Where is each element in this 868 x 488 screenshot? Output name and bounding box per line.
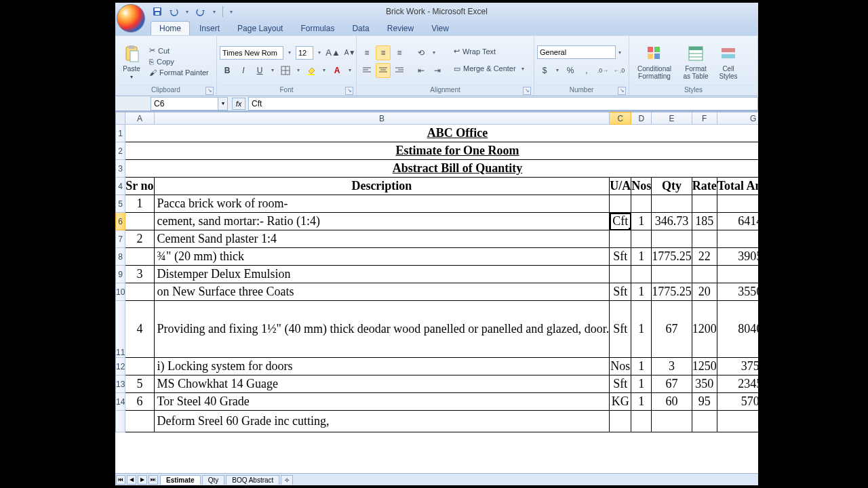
bold-button[interactable]: B bbox=[220, 63, 235, 78]
percent-button[interactable]: % bbox=[563, 63, 578, 78]
underline-button[interactable]: U bbox=[252, 63, 267, 78]
row-header[interactable]: 14 bbox=[116, 393, 125, 411]
cell[interactable]: Providing and fixing 1½" (40 mm) thick d… bbox=[154, 301, 610, 358]
increase-font-button[interactable]: A▲ bbox=[326, 45, 340, 60]
align-center[interactable] bbox=[376, 63, 391, 78]
cell[interactable]: Tor Steel 40 Grade bbox=[154, 393, 610, 411]
accounting-button[interactable]: $ bbox=[537, 63, 552, 78]
formula-bar[interactable] bbox=[248, 97, 758, 110]
cell[interactable]: 23450 bbox=[717, 375, 758, 393]
new-sheet-button[interactable]: ✧ bbox=[281, 475, 293, 485]
row-header[interactable]: 8 bbox=[116, 248, 125, 266]
name-box-dropdown[interactable]: ▾ bbox=[218, 97, 228, 110]
conditional-formatting-button[interactable]: Conditional Formatting bbox=[632, 43, 677, 80]
tab-review[interactable]: Review bbox=[379, 22, 422, 35]
cell[interactable] bbox=[125, 358, 154, 375]
cell[interactable]: Nos bbox=[610, 358, 631, 375]
cell[interactable]: 22 bbox=[692, 248, 717, 266]
cell[interactable]: ABC Office bbox=[125, 125, 758, 142]
row-header[interactable]: 11 bbox=[116, 301, 125, 358]
cell[interactable]: Sr no bbox=[125, 178, 154, 195]
wrap-text-button[interactable]: ↩Wrap Text bbox=[452, 45, 529, 57]
cell[interactable] bbox=[652, 411, 692, 432]
sheet-tab[interactable]: Qty bbox=[202, 475, 225, 485]
row-header[interactable]: 3 bbox=[116, 160, 125, 178]
cell[interactable]: 39056 bbox=[717, 248, 758, 266]
row-header[interactable]: 4 bbox=[116, 178, 125, 195]
format-as-table-button[interactable]: Format as Table bbox=[678, 43, 713, 80]
cell[interactable]: 1 bbox=[631, 248, 652, 266]
row-header[interactable]: 9 bbox=[116, 266, 125, 283]
cell[interactable]: on New Surface three Coats bbox=[154, 283, 610, 301]
sheet-nav-first[interactable]: ⏮ bbox=[116, 475, 125, 485]
cell[interactable]: 60 bbox=[652, 393, 692, 411]
col-header-A[interactable]: A bbox=[125, 113, 154, 125]
decrease-font-button[interactable]: A▼ bbox=[342, 45, 357, 60]
sheet-nav-next[interactable]: ▶ bbox=[138, 475, 147, 485]
row-header[interactable]: 6 bbox=[116, 213, 125, 230]
cell[interactable]: 1 bbox=[631, 358, 652, 375]
cell[interactable]: 1250 bbox=[692, 358, 717, 375]
cell[interactable]: Description bbox=[154, 178, 610, 195]
cell[interactable] bbox=[125, 283, 154, 301]
cell[interactable]: 1 bbox=[631, 301, 652, 358]
cell[interactable] bbox=[631, 411, 652, 432]
cell[interactable] bbox=[610, 411, 631, 432]
cell[interactable]: Sft bbox=[610, 283, 631, 301]
cell[interactable]: Deform Sreel 60 Grade inc cutting, bbox=[154, 411, 610, 432]
col-header-F[interactable]: F bbox=[692, 113, 717, 125]
cell[interactable]: Total Amount bbox=[717, 178, 758, 195]
cell[interactable]: Sft bbox=[610, 248, 631, 266]
cell[interactable]: 80400 bbox=[717, 301, 758, 358]
row-header[interactable]: 2 bbox=[116, 142, 125, 160]
cell[interactable]: 1 bbox=[125, 195, 154, 213]
col-header-G[interactable]: G bbox=[717, 113, 758, 125]
orientation-button[interactable]: ⟲ bbox=[414, 45, 429, 60]
cell[interactable] bbox=[652, 230, 692, 248]
col-header-E[interactable]: E bbox=[652, 113, 692, 125]
align-left[interactable] bbox=[359, 63, 374, 78]
sheet-nav-prev[interactable]: ◀ bbox=[127, 475, 136, 485]
cell[interactable]: Sft bbox=[610, 301, 631, 358]
cell[interactable]: 1200 bbox=[692, 301, 717, 358]
font-size-combo[interactable] bbox=[296, 46, 313, 60]
row-header[interactable]: 13 bbox=[116, 375, 125, 393]
align-right[interactable] bbox=[392, 63, 407, 78]
cell[interactable]: 67 bbox=[652, 375, 692, 393]
cell[interactable]: 1 bbox=[631, 213, 652, 230]
cell[interactable]: 3 bbox=[652, 358, 692, 375]
row-header[interactable]: 12 bbox=[116, 358, 125, 375]
font-size-dd[interactable]: ▾ bbox=[315, 45, 323, 60]
increase-indent[interactable]: ⇥ bbox=[430, 63, 445, 78]
cell[interactable] bbox=[717, 411, 758, 432]
cell[interactable] bbox=[610, 266, 631, 283]
cell[interactable]: Cement Sand plaster 1:4 bbox=[154, 230, 610, 248]
tab-page-layout[interactable]: Page Layout bbox=[229, 22, 291, 35]
cell[interactable]: 5 bbox=[125, 375, 154, 393]
cell[interactable] bbox=[125, 213, 154, 230]
cell[interactable]: Qty bbox=[652, 178, 692, 195]
align-top[interactable]: ≡ bbox=[359, 45, 374, 60]
qat-undo[interactable] bbox=[167, 5, 180, 18]
row-header[interactable]: 7 bbox=[116, 230, 125, 248]
cell[interactable]: cement, sand mortar:- Ratio (1:4) bbox=[154, 213, 610, 230]
cell[interactable]: 6 bbox=[125, 393, 154, 411]
increase-decimal[interactable]: .0→ bbox=[595, 63, 610, 78]
cell[interactable]: 1 bbox=[631, 393, 652, 411]
cell[interactable]: MS Chowkhat 14 Guage bbox=[154, 375, 610, 393]
borders-button[interactable] bbox=[278, 63, 293, 78]
merge-center-button[interactable]: ▭Merge & Center▾ bbox=[452, 60, 529, 77]
cell[interactable]: 3 bbox=[125, 266, 154, 283]
cell[interactable]: 1775.25 bbox=[652, 283, 692, 301]
cell[interactable] bbox=[125, 411, 154, 432]
cell[interactable]: 4 bbox=[125, 301, 154, 358]
paste-button[interactable]: Paste ▾ bbox=[118, 43, 145, 80]
name-box[interactable] bbox=[151, 97, 218, 110]
cell[interactable]: 95 bbox=[692, 393, 717, 411]
cell[interactable]: ¾" (20 mm) thick bbox=[154, 248, 610, 266]
cell[interactable] bbox=[631, 195, 652, 213]
decrease-decimal[interactable]: ←.0 bbox=[612, 63, 627, 78]
cell[interactable] bbox=[717, 230, 758, 248]
cell[interactable]: 67 bbox=[652, 301, 692, 358]
comma-button[interactable]: , bbox=[579, 63, 594, 78]
